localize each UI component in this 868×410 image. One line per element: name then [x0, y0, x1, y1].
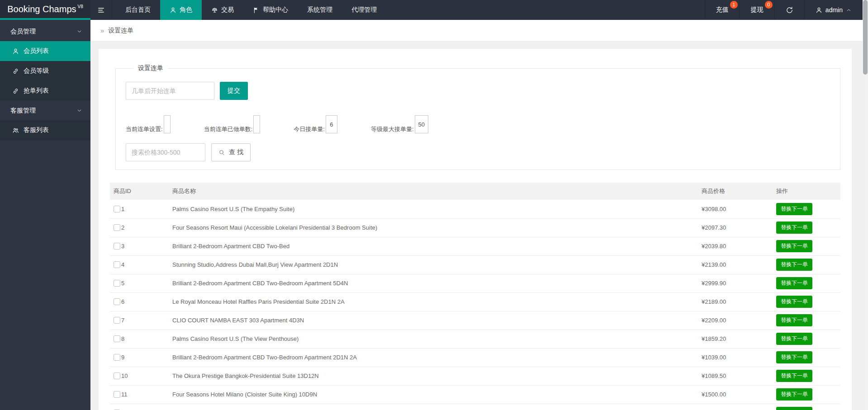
goods-name-cell: Stunning Studio,Address Dubai Mall,Burj …: [169, 255, 698, 274]
sidebar-item[interactable]: 会员等级: [0, 61, 90, 81]
goods-action-cell: 替换下一单: [773, 218, 840, 237]
row-checkbox[interactable]: [114, 391, 120, 398]
goods-name-cell: Anantara Palazzo Naiadi Rome Hotel - Sui…: [169, 404, 698, 410]
goods-id-cell: 2: [110, 218, 169, 237]
header-right: 充值 1 提现 0 admin: [705, 0, 863, 20]
replace-next-order-button[interactable]: 替换下一单: [776, 259, 812, 271]
refresh-button[interactable]: [774, 0, 804, 20]
row-checkbox[interactable]: [114, 280, 120, 287]
sidebar-item[interactable]: 客服列表: [0, 120, 90, 140]
replace-next-order-button[interactable]: 替换下一单: [776, 407, 812, 410]
hamburger-icon: [97, 6, 105, 14]
replace-next-order-button[interactable]: 替换下一单: [776, 370, 812, 382]
breadcrumb: » 设置连单: [90, 20, 863, 42]
goods-action-cell: 替换下一单: [773, 385, 840, 404]
row-checkbox[interactable]: [114, 243, 120, 250]
replace-next-order-button[interactable]: 替换下一单: [776, 296, 812, 308]
replace-next-order-button[interactable]: 替换下一单: [776, 333, 812, 345]
app-logo-version: V8: [78, 4, 83, 9]
withdraw-button[interactable]: 提现 0: [740, 0, 774, 20]
user-icon: [816, 7, 822, 14]
goods-action-cell: 替换下一单: [773, 367, 840, 385]
goods-action-cell: 替换下一单: [773, 200, 840, 218]
goods-action-cell: 替换下一单: [773, 404, 840, 410]
breadcrumb-label: 设置连单: [108, 27, 133, 35]
submit-button[interactable]: 提交: [220, 82, 248, 100]
nav-item[interactable]: 系统管理: [298, 0, 342, 20]
goods-name-cell: The Okura Prestige Bangkok-Presidential …: [169, 367, 698, 385]
stats-row: 当前连单设置:当前连单已做单数:今日接单量:6等级最大接单量:50: [126, 115, 830, 133]
sidebar-item-label: 客服列表: [24, 126, 49, 134]
user-menu[interactable]: admin: [804, 0, 863, 20]
vertical-scrollbar[interactable]: [863, 0, 868, 410]
sidebar-item[interactable]: 会员列表: [0, 41, 90, 61]
stat-value-box[interactable]: 6: [326, 115, 337, 133]
goods-price-cell: ¥2039.80: [698, 237, 773, 255]
person-icon: [12, 48, 19, 55]
withdraw-badge: 0: [765, 1, 773, 9]
app-logo: Booking ChampsV8: [0, 0, 90, 20]
row-checkbox[interactable]: [114, 224, 120, 231]
price-search-input[interactable]: [126, 143, 205, 161]
replace-next-order-button[interactable]: 替换下一单: [776, 221, 812, 234]
row-checkbox[interactable]: [114, 335, 120, 342]
nav-item[interactable]: 后台首页: [116, 0, 160, 20]
goods-price-cell: ¥1529.00: [698, 404, 773, 410]
stat-value-box[interactable]: [253, 115, 260, 133]
row-checkbox[interactable]: [114, 354, 120, 361]
goods-name-cell: Brilliant 2-Bedroom Apartment CBD Two-Be…: [169, 274, 698, 292]
goods-id: 7: [121, 317, 124, 324]
goods-id-cell: 7: [110, 311, 169, 330]
goods-id: 1: [121, 206, 124, 212]
sidebar-group-header[interactable]: 客服管理: [0, 101, 90, 120]
main-content: » 设置连单 设置连单 提交 当前连单设置:当前连单已做单数:今日接单量:6等级…: [90, 20, 863, 410]
content-panel: 设置连单 提交 当前连单设置:当前连单已做单数:今日接单量:6等级最大接单量:5…: [99, 49, 852, 410]
replace-next-order-button[interactable]: 替换下一单: [776, 351, 812, 363]
sidebar-item[interactable]: 抢单列表: [0, 81, 90, 101]
table-header-cell: 操作: [773, 183, 840, 200]
chevron-down-icon: [76, 108, 82, 113]
goods-id-cell: 5: [110, 274, 169, 292]
nav-item[interactable]: 帮助中心: [243, 0, 298, 20]
stat-group: 今日接单量:6: [294, 115, 337, 133]
chain-input-row: 提交: [126, 82, 830, 100]
table-row: 11Four Seasons Hotel Milano (Cloister Su…: [110, 385, 840, 404]
search-button[interactable]: 查 找: [211, 143, 251, 161]
sidebar-group-header[interactable]: 会员管理: [0, 22, 90, 41]
replace-next-order-button[interactable]: 替换下一单: [776, 277, 812, 289]
table-row: 3Brilliant 2-Bedroom Apartment CBD Two-B…: [110, 237, 840, 255]
goods-id-cell: 6: [110, 292, 169, 311]
table-row: 2Four Seasons Resort Maui (Accessible Lo…: [110, 218, 840, 237]
replace-next-order-button[interactable]: 替换下一单: [776, 240, 812, 252]
stat-value-box[interactable]: 50: [415, 115, 428, 133]
recharge-button[interactable]: 充值 1: [705, 0, 740, 20]
table-row: 9Brilliant 2-Bedroom Apartment CBD Two-B…: [110, 348, 840, 367]
stat-value-box[interactable]: [164, 115, 171, 133]
replace-next-order-button[interactable]: 替换下一单: [776, 203, 812, 215]
row-checkbox[interactable]: [114, 372, 120, 379]
row-checkbox[interactable]: [114, 261, 120, 268]
goods-name-cell: Four Seasons Resort Maui (Accessible Lok…: [169, 218, 698, 237]
table-row: 8Palms Casino Resort U.S (The View Penth…: [110, 330, 840, 348]
nav-item[interactable]: 代理管理: [342, 0, 386, 20]
scrollbar-thumb[interactable]: [863, 0, 868, 75]
nav-item[interactable]: 角色: [160, 0, 202, 20]
row-checkbox[interactable]: [114, 317, 120, 324]
goods-price-cell: ¥1500.00: [698, 385, 773, 404]
replace-next-order-button[interactable]: 替换下一单: [776, 314, 812, 326]
replace-next-order-button[interactable]: 替换下一单: [776, 388, 812, 401]
goods-price-cell: ¥1039.00: [698, 348, 773, 367]
sidebar-item-label: 抢单列表: [24, 87, 49, 95]
nav-item[interactable]: 交易: [202, 0, 243, 20]
goods-action-cell: 替换下一单: [773, 237, 840, 255]
table-row: 5Brilliant 2-Bedroom Apartment CBD Two-B…: [110, 274, 840, 292]
sidebar-group-label: 客服管理: [10, 107, 36, 115]
row-checkbox[interactable]: [114, 206, 120, 212]
goods-id-cell: 11: [110, 385, 169, 404]
row-checkbox[interactable]: [114, 298, 120, 305]
goods-price-cell: ¥1089.50: [698, 367, 773, 385]
goods-id: 2: [121, 224, 124, 231]
menu-toggle-button[interactable]: [90, 0, 112, 20]
chain-start-input[interactable]: [126, 82, 214, 100]
recharge-label: 充值: [716, 6, 729, 14]
